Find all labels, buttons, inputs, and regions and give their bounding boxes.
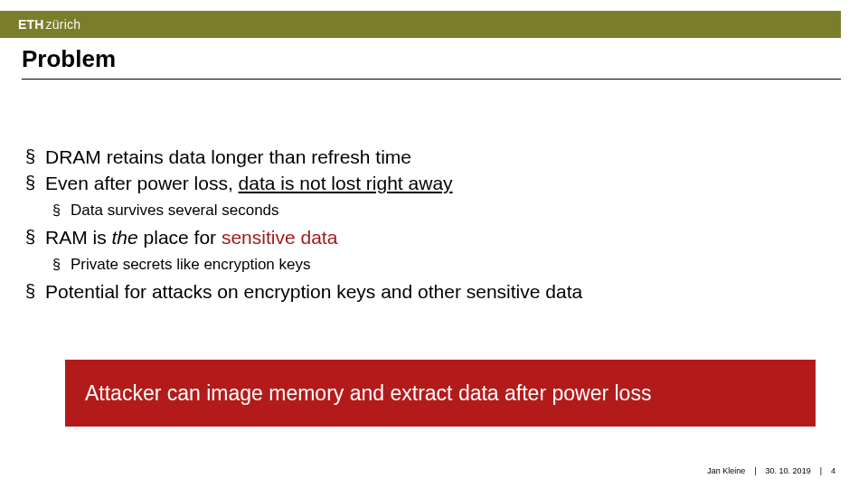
bullet-3-pre: RAM is xyxy=(45,227,112,248)
footer-date: 30. 10. 2019 xyxy=(766,466,811,475)
bullet-2: Even after power loss, data is not lost … xyxy=(22,171,841,221)
title-rule xyxy=(22,79,841,80)
bullet-3-em: the xyxy=(112,227,138,248)
bullet-3-mid: place for xyxy=(138,227,222,248)
bullet-3-sublist: Private secrets like encryption keys xyxy=(45,254,841,277)
bullet-3-highlight: sensitive data xyxy=(222,227,337,248)
bullet-2-sub-1: Data survives several seconds xyxy=(49,200,841,222)
footer-sep-2: | xyxy=(820,466,822,475)
bullet-1-text: DRAM retains data longer than refresh ti… xyxy=(45,146,411,167)
bullet-2-sublist: Data survives several seconds xyxy=(45,200,841,222)
bullet-3: RAM is the place for sensitive data Priv… xyxy=(22,225,841,276)
callout-text: Attacker can image memory and extract da… xyxy=(85,381,651,406)
bullet-list: DRAM retains data longer than refresh ti… xyxy=(22,145,841,305)
bullet-2-under: data is not lost right away xyxy=(239,173,453,193)
slide-title: Problem xyxy=(22,45,841,73)
logo-strong: ETH xyxy=(18,17,44,32)
bullet-3-sub-1: Private secrets like encryption keys xyxy=(49,254,841,277)
logo-light: zürich xyxy=(46,17,81,32)
callout-box: Attacker can image memory and extract da… xyxy=(65,360,816,427)
footer-sep-1: | xyxy=(754,466,756,475)
bullet-1: DRAM retains data longer than refresh ti… xyxy=(22,145,841,170)
bullet-4: Potential for attacks on encryption keys… xyxy=(22,279,841,305)
title-block: Problem xyxy=(22,45,841,80)
bullet-2-pre: Even after power loss, xyxy=(45,173,239,193)
content-area: DRAM retains data longer than refresh ti… xyxy=(22,145,841,306)
eth-logo: ETHzürich xyxy=(18,17,80,32)
bullet-3-sub-1-text: Private secrets like encryption keys xyxy=(71,256,311,273)
bullet-4-text: Potential for attacks on encryption keys… xyxy=(45,281,582,302)
footer: Jan Kleine | 30. 10. 2019 | 4 xyxy=(707,466,835,475)
footer-author: Jan Kleine xyxy=(707,466,745,475)
footer-page: 4 xyxy=(831,466,835,475)
top-banner: ETHzürich xyxy=(0,11,841,38)
bullet-2-sub-1-text: Data survives several seconds xyxy=(71,202,279,219)
